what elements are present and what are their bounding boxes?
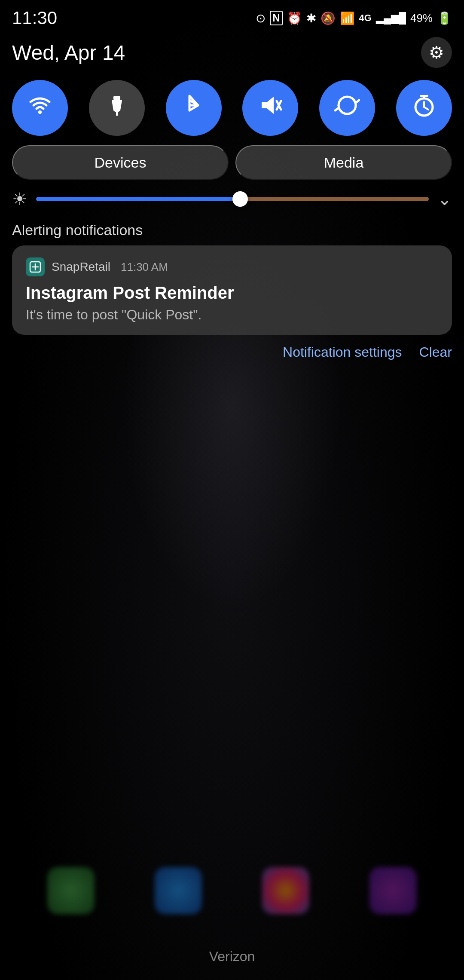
app-name: SnapRetail	[52, 260, 110, 274]
brightness-slider[interactable]	[36, 197, 429, 201]
gear-icon: ⚙	[429, 43, 444, 62]
mute-toggle-icon	[257, 92, 283, 123]
notification-title: Instagram Post Reminder	[26, 283, 438, 303]
flashlight-icon	[104, 92, 130, 123]
signal-icon: ▂▄▆█	[376, 12, 406, 24]
date-row: Wed, Apr 14 ⚙	[0, 33, 464, 76]
settings-button[interactable]: ⚙	[421, 37, 452, 68]
sync-icon	[334, 92, 360, 123]
status-bar: 11:30 ⊙ N ⏰ ✱ 🔕 📶 4G ▂▄▆█ 49% 🔋	[0, 0, 464, 33]
app-icon	[26, 257, 45, 276]
battery-indicator: 49%	[410, 12, 433, 25]
alerting-notifications-heading: Alerting notifications	[0, 222, 464, 245]
bluetooth-icon	[181, 92, 207, 123]
carrier-label: Verizon	[0, 949, 464, 980]
sync-toggle[interactable]	[319, 80, 375, 136]
battery-icon: 🔋	[437, 11, 452, 25]
media-button[interactable]: Media	[235, 145, 452, 180]
notification-settings-button[interactable]: Notification settings	[283, 344, 402, 360]
brightness-row: ☀ ⌄	[0, 189, 464, 222]
notification-header: SnapRetail 11:30 AM	[26, 257, 438, 276]
status-icons: ⊙ N ⏰ ✱ 🔕 📶 4G ▂▄▆█ 49% 🔋	[256, 11, 452, 25]
location-icon: ⊙	[256, 11, 266, 25]
bottom-app-4	[369, 867, 417, 914]
timer-icon	[411, 92, 437, 123]
alarm-icon: ⏰	[287, 11, 302, 25]
timer-toggle[interactable]	[396, 80, 452, 136]
bottom-app-tray	[0, 867, 464, 949]
wifi-icon	[27, 92, 53, 123]
mute-icon: 🔕	[321, 11, 336, 25]
quick-toggles-row	[0, 76, 464, 145]
bottom-app-2	[155, 867, 202, 914]
clear-notification-button[interactable]: Clear	[419, 344, 452, 360]
bluetooth-status-icon: ✱	[306, 11, 316, 25]
notification-actions: Notification settings Clear	[0, 335, 464, 360]
current-date: Wed, Apr 14	[12, 41, 125, 64]
bottom-app-1	[47, 867, 95, 914]
flashlight-toggle[interactable]	[89, 80, 145, 136]
expand-brightness-icon[interactable]: ⌄	[437, 189, 452, 209]
sound-toggle[interactable]	[242, 80, 298, 136]
nfc-icon: N	[270, 11, 282, 25]
status-time: 11:30	[12, 8, 57, 28]
network-icon: 4G	[359, 12, 372, 24]
wifi-toggle[interactable]	[12, 80, 68, 136]
notification-card[interactable]: SnapRetail 11:30 AM Instagram Post Remin…	[12, 245, 452, 335]
devices-button[interactable]: Devices	[12, 145, 229, 180]
bluetooth-toggle[interactable]	[166, 80, 222, 136]
svg-point-0	[38, 110, 42, 114]
device-media-row: Devices Media	[0, 145, 464, 189]
brightness-icon: ☀	[12, 189, 27, 209]
brightness-thumb	[232, 191, 248, 207]
notification-body: It's time to post "Quick Post".	[26, 307, 438, 323]
svg-rect-1	[113, 96, 120, 100]
notification-time: 11:30 AM	[121, 260, 168, 274]
wifi-status-icon: 📶	[340, 11, 355, 25]
bottom-area: Verizon	[0, 867, 464, 980]
svg-line-7	[424, 107, 428, 110]
bottom-app-3	[262, 867, 309, 914]
